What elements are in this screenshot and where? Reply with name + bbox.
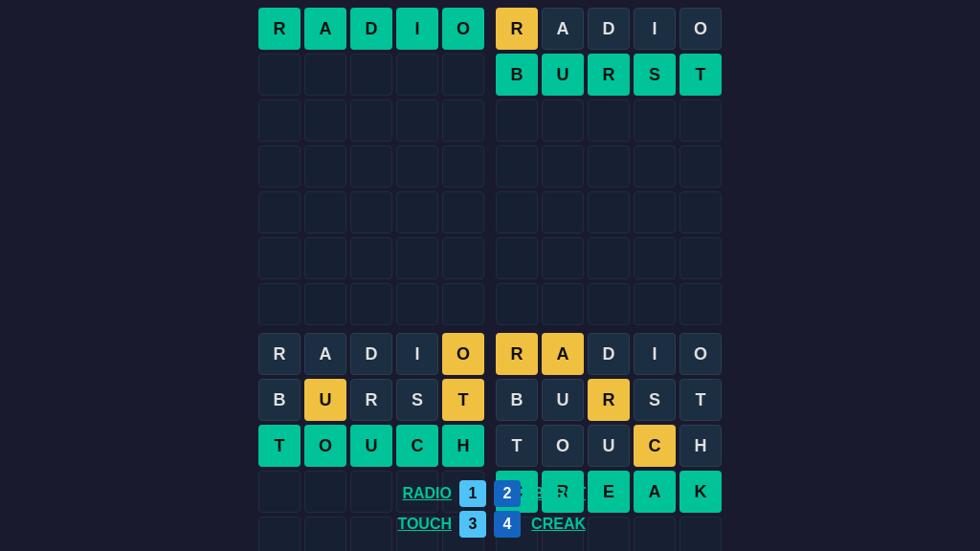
grid-row: [496, 99, 722, 142]
cell: O: [304, 425, 346, 467]
cell: [396, 145, 438, 187]
cell: T: [679, 54, 722, 96]
cell: [304, 191, 346, 233]
cell: [634, 237, 676, 279]
cell: [350, 191, 392, 233]
cell: [396, 237, 438, 279]
cell: [258, 237, 301, 279]
cell: [496, 145, 538, 187]
cell: I: [634, 8, 676, 50]
cell: E: [588, 471, 630, 513]
cell: [442, 283, 484, 325]
cell: U: [304, 379, 346, 421]
cell: [588, 145, 630, 187]
legend-badge-3: 3: [459, 511, 486, 538]
cell: [634, 191, 676, 233]
cell: B: [496, 54, 538, 96]
grid-row: T O U C H: [258, 425, 484, 467]
cell: I: [634, 333, 676, 375]
cell: [350, 99, 392, 142]
grid-row: R A D I O: [258, 333, 484, 375]
grid-row: R A D I O: [258, 8, 484, 50]
cell: [350, 54, 392, 96]
cell: [634, 283, 676, 325]
cell: [679, 99, 722, 142]
cell: [588, 237, 630, 279]
cell: C: [396, 425, 438, 467]
cell: S: [396, 379, 438, 421]
legend-word-burst[interactable]: BURST: [528, 485, 586, 502]
cell: [588, 283, 630, 325]
cell: C: [634, 425, 676, 467]
cell: [350, 145, 392, 187]
cell: [350, 517, 392, 551]
cell: U: [542, 379, 584, 421]
cell: A: [542, 333, 584, 375]
legend-row-2: TOUCH 3 4 CREAK: [394, 511, 586, 538]
cell: B: [496, 379, 538, 421]
cell: [542, 145, 584, 187]
cell: [542, 237, 584, 279]
cell: R: [588, 379, 630, 421]
cell: [396, 191, 438, 233]
grid-row: R A D I O: [496, 333, 722, 375]
cell: D: [350, 8, 392, 50]
cell: [304, 471, 346, 513]
cell: R: [350, 379, 392, 421]
grid-row: [258, 145, 484, 187]
cell: R: [496, 333, 538, 375]
cell: D: [350, 333, 392, 375]
cell: [258, 54, 301, 96]
cell: O: [442, 8, 484, 50]
cell: [679, 237, 722, 279]
cell: H: [679, 425, 722, 467]
cell: [542, 191, 584, 233]
cell: U: [588, 425, 630, 467]
cell: [679, 145, 722, 187]
cell: [634, 517, 676, 551]
cell: [679, 191, 722, 233]
cell: [496, 237, 538, 279]
grid-row: R A D I O: [496, 8, 722, 50]
cell: [304, 283, 346, 325]
cell: [304, 145, 346, 187]
cell: [304, 99, 346, 142]
cell: [304, 237, 346, 279]
cell: [442, 99, 484, 142]
cell: [442, 145, 484, 187]
legend-badge-2: 2: [494, 480, 521, 507]
grid-row: [496, 283, 722, 325]
cell: A: [542, 8, 584, 50]
cell: [396, 283, 438, 325]
cell: A: [304, 8, 346, 50]
top-grids: R A D I O: [258, 8, 722, 325]
cell: O: [542, 425, 584, 467]
cell: T: [496, 425, 538, 467]
legend-word-creak[interactable]: CREAK: [528, 516, 586, 533]
grid-row: B U R S T: [258, 379, 484, 421]
cell: [258, 471, 301, 513]
legend-word-radio[interactable]: RADIO: [394, 485, 452, 502]
cell: [588, 99, 630, 142]
legend-badge-1: 1: [459, 480, 486, 507]
cell: [350, 471, 392, 513]
cell: [350, 283, 392, 325]
cell: T: [442, 379, 484, 421]
cell: [679, 517, 722, 551]
cell: S: [634, 54, 676, 96]
cell: T: [258, 425, 301, 467]
cell: K: [679, 471, 722, 513]
grid-row: B U R S T: [496, 379, 722, 421]
cell: [496, 191, 538, 233]
cell: O: [442, 333, 484, 375]
cell: R: [258, 8, 301, 50]
legend-word-touch[interactable]: TOUCH: [394, 516, 452, 533]
cell: U: [542, 54, 584, 96]
cell: D: [588, 333, 630, 375]
cell: [496, 283, 538, 325]
cell: [542, 283, 584, 325]
grid-row: [496, 237, 722, 279]
cell: [588, 517, 630, 551]
cell: R: [258, 333, 301, 375]
game-container: R A D I O: [0, 0, 980, 551]
